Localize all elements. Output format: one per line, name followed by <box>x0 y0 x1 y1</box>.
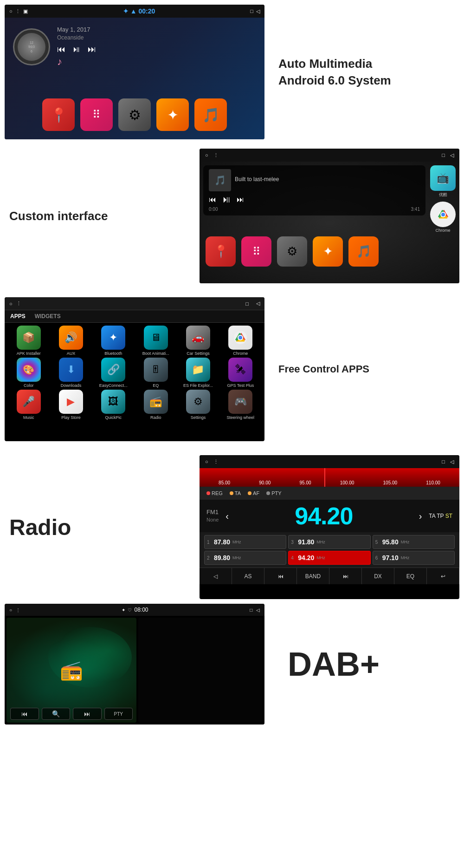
app-music-cell[interactable]: 🎤 Music <box>8 390 49 420</box>
reg-dot <box>206 491 210 495</box>
prev-btn[interactable]: ⏮ <box>209 196 216 204</box>
screen-auto-multimedia: ○ ⋮ ▣ ✦ ▲ 00:20 □ ◁ 129⊙36 <box>5 5 264 139</box>
return-btn[interactable]: ↩ <box>427 568 459 584</box>
app-youku[interactable]: 📺 优酷 <box>430 165 456 198</box>
play-pause-icon[interactable]: ⏯ <box>72 45 81 54</box>
screen1-body: 129⊙36 May 1, 2017 Oceanside ⏮ ⏯ ⏭ ♪ <box>5 18 264 139</box>
dab-search-btn[interactable]: 🔍 <box>42 708 71 720</box>
app-downloads[interactable]: ⬇ Downloads <box>51 358 91 388</box>
app-eq[interactable]: 🎚 EQ <box>135 358 176 388</box>
prev-icon[interactable]: ⏮ <box>57 45 65 54</box>
ta-dot <box>230 491 233 495</box>
band-btn[interactable]: BAND <box>297 568 329 584</box>
play-btn[interactable]: ⏯ <box>222 194 231 205</box>
statusbar5-right: □ ◁ <box>250 607 260 613</box>
statusbar-left-icons: ○ ⋮ ▣ <box>9 8 28 14</box>
section1-title: Auto MultimediaAndroid 6.0 System <box>278 55 455 89</box>
dx-btn[interactable]: DX <box>362 568 394 584</box>
app-quickpic[interactable]: 🖼 QuickPic <box>93 390 134 420</box>
app-gps[interactable]: 🛰 GPS Test Plus <box>220 358 261 388</box>
section1-label: Auto MultimediaAndroid 6.0 System <box>269 46 464 98</box>
app-car-settings[interactable]: 🚗 Car Settings <box>178 326 218 356</box>
preset-6[interactable]: 6 97.10 MHz <box>373 551 455 565</box>
fm-name: FM1 <box>206 509 219 516</box>
app-play-store[interactable]: ▶ Play Store <box>51 390 91 420</box>
apps-grid: 📦 APK Installer 🔊 AUX ✦ Bluetooth 🖥 Boot… <box>5 323 264 423</box>
app-bluetooth[interactable]: ✦ <box>156 98 189 131</box>
dots-icon5: ⋮ <box>16 607 20 613</box>
radio-presets: 1 87.80 MHz 3 91.80 MHz 5 95.80 MHz 2 <box>200 532 459 568</box>
square-icon3: □ <box>245 301 249 307</box>
app-bluetooth2[interactable]: ✦ <box>313 236 343 267</box>
chrome-icon-cell <box>234 331 247 344</box>
preset-mhz-2: MHz <box>232 555 241 560</box>
next-btn[interactable]: ⏭ <box>237 196 244 204</box>
app-music[interactable]: 🎵 <box>194 98 227 131</box>
as-btn[interactable]: AS <box>232 568 264 584</box>
app-settings-cell[interactable]: ⚙ Settings <box>178 390 218 420</box>
app-color[interactable]: 🎨 Color <box>8 358 49 388</box>
app-pink2[interactable]: ⠿ <box>241 236 271 267</box>
app-bluetooth-cell[interactable]: ✦ Bluetooth <box>93 326 134 356</box>
back-btn-radio[interactable]: ◁ <box>200 568 232 584</box>
app-chrome-cell[interactable]: Chrome <box>220 326 261 356</box>
tab-apps[interactable]: APPS <box>10 313 26 320</box>
freq-down-btn[interactable]: ‹ <box>223 509 231 524</box>
app-chrome[interactable]: Chrome <box>430 202 456 233</box>
circle-icon: ○ <box>9 8 13 14</box>
dab-prev-btn[interactable]: ⏮ <box>10 708 39 720</box>
app-aux[interactable]: 🔊 AUX <box>51 326 91 356</box>
clock-face: 129⊙36 <box>18 33 45 61</box>
song-title: Built to last-melee <box>235 176 279 183</box>
app-steering[interactable]: 🎮 Steering wheel <box>220 390 261 420</box>
wifi-icon-status: ▲ <box>130 7 137 15</box>
bottom-apps-row: 📍 ⠿ ⚙ ✦ 🎵 <box>203 236 456 267</box>
app-radio[interactable]: 📻 Radio <box>135 390 176 420</box>
freq-up-btn[interactable]: › <box>417 509 425 524</box>
app-settings-gray[interactable]: ⚙ <box>118 98 151 131</box>
preset-mhz-5: MHz <box>401 540 410 544</box>
next-track-btn[interactable]: ⏭ <box>329 568 362 584</box>
dots-icon3: ⋮ <box>16 300 21 307</box>
app-easyconnect[interactable]: 🔗 EasyConnect... <box>93 358 134 388</box>
preset-2[interactable]: 2 89.80 MHz <box>204 551 286 565</box>
eq-btn[interactable]: EQ <box>394 568 427 584</box>
dots-icon4: ⋮ <box>213 459 219 464</box>
app-boot[interactable]: 🖥 Boot Animati... <box>135 326 176 356</box>
bt-icon5: ✦ <box>122 607 125 613</box>
circle-icon3: ○ <box>9 301 13 307</box>
dots-icon2: ⋮ <box>213 152 219 158</box>
app-gray2[interactable]: ⚙ <box>277 236 307 267</box>
statusbar-5: ○ ⋮ ✦ ♡ 08:00 □ ◁ <box>5 604 264 616</box>
preset-5[interactable]: 5 95.80 MHz <box>373 535 455 549</box>
app-music2[interactable]: 🎵 <box>348 236 379 267</box>
app-es-explorer[interactable]: 📁 ES File Explor... <box>178 358 218 388</box>
statusbar5-left: ○ ⋮ <box>9 607 20 613</box>
dab-next-btn[interactable]: ⏭ <box>73 708 102 720</box>
preset-freq-5: 95.80 <box>382 538 399 546</box>
preset-4[interactable]: 4 94.20 MHz <box>288 551 370 565</box>
preset-3[interactable]: 3 91.80 MHz <box>288 535 370 549</box>
statusbar4-left: ○ ⋮ <box>205 459 219 465</box>
svg-point-6 <box>238 336 242 339</box>
app-maps[interactable]: 📍 <box>42 98 75 131</box>
dab-pty-btn[interactable]: PTY <box>104 708 133 720</box>
section4-label: Radio <box>0 505 121 549</box>
prev-track-btn[interactable]: ⏮ <box>264 568 297 584</box>
section-radio: Radio ○ ⋮ □ ◁ 85.00 90.00 95.00 100.00 1… <box>0 450 464 604</box>
statusbar-4: ○ ⋮ □ ◁ <box>200 455 459 468</box>
next-icon[interactable]: ⏭ <box>88 45 96 54</box>
preset-freq-4: 94.20 <box>298 554 314 561</box>
preset-1[interactable]: 1 87.80 MHz <box>204 535 286 549</box>
back-icon2: ◁ <box>450 152 454 158</box>
time-end: 3:41 <box>411 207 420 212</box>
player-time: 0:00 3:41 <box>209 207 420 212</box>
player-controls: ⏮ ⏯ ⏭ <box>209 194 420 205</box>
app-red-dots[interactable]: ⠿ <box>80 98 113 131</box>
app-maps2[interactable]: 📍 <box>206 236 236 267</box>
tab-widgets[interactable]: WIDGETS <box>35 313 61 320</box>
statusbar-time: ✦ ▲ 00:20 <box>123 7 155 15</box>
radio-tuner: 85.00 90.00 95.00 100.00 105.00 110.00 <box>200 468 459 487</box>
freq-90: 90.00 <box>259 480 271 485</box>
app-apk-installer[interactable]: 📦 APK Installer <box>8 326 49 356</box>
